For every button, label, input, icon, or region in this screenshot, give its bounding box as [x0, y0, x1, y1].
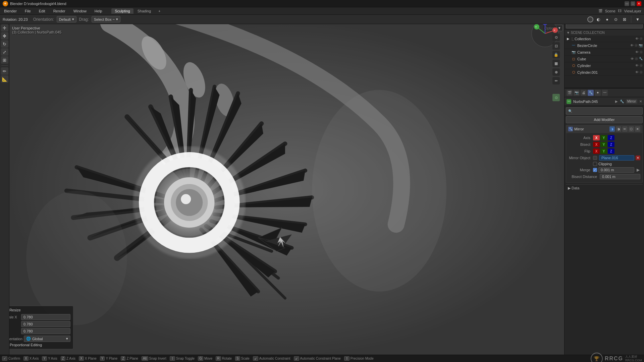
beziercircle-render-icon[interactable]: 📷 — [639, 44, 643, 47]
tool-cursor[interactable]: ✛ — [1, 24, 8, 32]
prop-tab-object-data[interactable]: 〰 — [602, 90, 608, 96]
viewport-xray[interactable]: ⊠ — [621, 16, 628, 23]
collection-name: Collection — [575, 37, 635, 41]
orientation-dropdown[interactable]: 🌐 Global ▾ — [24, 336, 70, 342]
prop-tab-output[interactable]: 🖨 — [581, 90, 587, 96]
collection-eye-icon[interactable]: 👁 — [635, 37, 639, 41]
viewport-3d[interactable]: User Perspective (3) Collection | NurbsP… — [9, 23, 564, 355]
camera-select-icon[interactable]: ☉ — [640, 50, 643, 54]
add-modifier-button[interactable]: Add Modifier — [566, 116, 643, 123]
cube-eye-icon[interactable]: 👁 — [631, 57, 634, 61]
outliner-item-cylinder[interactable]: ⬡ Cylinder 👁 ☉ — [565, 62, 644, 69]
viewport-overlay[interactable]: ⊙ — [612, 16, 620, 23]
camera-name: Camera — [577, 50, 635, 54]
outliner-item-cylinder001[interactable]: ⬡ Cylinder.001 👁 ☉ — [565, 69, 644, 76]
prop-tab-particles[interactable]: ✦ — [595, 90, 601, 96]
modifier-delete-button[interactable]: ✕ — [635, 126, 640, 132]
flip-x-button[interactable]: X — [593, 148, 600, 154]
merge-expand-button[interactable]: ▶ — [636, 168, 640, 172]
viewport-lock-button[interactable]: 🔒 — [552, 51, 560, 58]
modifier-edit-toggle[interactable]: ✏ — [622, 126, 628, 132]
menu-file[interactable]: File — [23, 8, 32, 14]
tool-transform[interactable]: ⊞ — [1, 56, 8, 64]
maximize-button[interactable]: □ — [631, 1, 635, 6]
annotate-button[interactable]: ✏ — [552, 77, 560, 84]
viewport-shading-material[interactable]: ◐ — [595, 16, 602, 23]
viewport-shading-solid[interactable] — [587, 16, 593, 22]
minimize-button[interactable]: — — [625, 1, 629, 6]
menu-blender[interactable]: Blender — [3, 8, 18, 14]
mirror-object-clear-button[interactable]: ✕ — [636, 156, 640, 160]
axis-x-button[interactable]: X — [593, 135, 600, 140]
modifier-realtime-toggle[interactable]: ◑ — [609, 126, 615, 132]
viewport-filter[interactable]: ▼ — [634, 16, 641, 23]
tab-shading[interactable]: Shading — [134, 8, 154, 14]
cylinder-eye-icon[interactable]: 👁 — [635, 64, 639, 67]
merge-value[interactable]: 0.001 m — [598, 167, 634, 173]
prop-tab-scene[interactable]: 🎬 — [567, 90, 573, 96]
modifier-render-toggle[interactable]: ◑ — [616, 126, 621, 132]
tab-add-workspace[interactable]: + — [155, 8, 164, 14]
menu-edit[interactable]: Edit — [38, 8, 47, 14]
camera-eye-icon[interactable]: 👁 — [635, 50, 639, 54]
axis-z-button[interactable]: Z — [608, 135, 614, 140]
cube-select-icon[interactable]: ☉ — [635, 57, 638, 61]
modifier-cage-toggle[interactable]: ⬡ — [629, 126, 634, 132]
scale-z-value[interactable]: 0.780 — [21, 328, 70, 334]
collection-select-icon[interactable]: ☉ — [640, 37, 643, 41]
data-section-header[interactable]: ▶ Data — [566, 184, 643, 192]
tool-annotate[interactable]: ✏ — [1, 67, 8, 75]
bisect-y-button[interactable]: Y — [600, 142, 607, 147]
render-region-button[interactable]: ▦ — [552, 60, 560, 67]
scale-x-value[interactable]: 0.780 — [21, 314, 70, 320]
tab-sculpting[interactable]: Sculpting — [111, 8, 133, 14]
orientation-dropdown[interactable]: Default ▾ — [57, 16, 76, 22]
proportional-edit-button[interactable]: ⊙ — [552, 94, 560, 101]
beziercircle-eye-icon[interactable]: 👁 — [630, 44, 634, 47]
menu-render[interactable]: Render — [52, 8, 67, 14]
cylinder001-select-icon[interactable]: ☉ — [640, 70, 643, 74]
mirror-object-value[interactable]: Plane.016 — [599, 155, 634, 161]
cylinder-select-icon[interactable]: ☉ — [640, 64, 643, 67]
resize-panel: ▲ Resize Scale X 0.780 Y 0.780 Z 0.780 O… — [1, 306, 73, 349]
svg-text:Y: Y — [535, 25, 537, 28]
outliner-item-cube[interactable]: ◻ Cube 👁 ☉ 🔧 — [565, 56, 644, 62]
menu-help[interactable]: Help — [93, 8, 104, 14]
zoom-to-fit-button[interactable]: ⊙ — [552, 34, 560, 41]
view-type: User Perspective — [12, 26, 61, 30]
close-button[interactable]: ✕ — [637, 1, 641, 6]
right-gizmo-column: ⊙ ⊡ 🔒 ▦ ⊕ ✏ ⊙ — [551, 34, 561, 101]
outliner-item-collection[interactable]: ▶ Collection 👁 ☉ — [565, 36, 644, 42]
bisect-z-button[interactable]: Z — [608, 142, 614, 147]
modifier-search[interactable]: 🔍 — [566, 107, 643, 115]
beziercircle-select-icon[interactable]: ☉ — [635, 44, 638, 47]
tool-move[interactable]: ✥ — [1, 32, 8, 40]
cylinder001-eye-icon[interactable]: 👁 — [635, 70, 639, 74]
mirror-object-checkbox[interactable] — [593, 156, 597, 160]
clipping-checkbox[interactable] — [593, 162, 597, 166]
bisect-distance-value[interactable]: 0.001 m — [600, 174, 640, 179]
merge-checkbox[interactable]: ✓ — [593, 168, 597, 172]
properties-close-button[interactable]: ✕ — [639, 100, 642, 103]
tool-measure[interactable]: 📐 — [1, 75, 8, 83]
tool-scale[interactable]: ⤢ — [1, 48, 8, 56]
viewport-shading-render[interactable]: ● — [603, 16, 611, 23]
flip-z-button[interactable]: Z — [608, 148, 614, 154]
outliner-panel: 🌐 Scene Collection ▼ 🔍 ▼ Scene Collectio… — [565, 15, 644, 88]
menu-window[interactable]: Window — [72, 8, 88, 14]
bisect-x-button[interactable]: X — [593, 142, 600, 147]
watermark-area: 🏆 RRCG 人人素材RRCG.COM — [591, 353, 642, 362]
outliner-item-beziercircle[interactable]: 〰 BezierCircle 👁 ☉ 📷 — [565, 42, 644, 49]
drag-dropdown[interactable]: Select Box ~ ▾ — [92, 16, 120, 22]
axis-y-button[interactable]: Y — [600, 135, 607, 140]
local-view-button[interactable]: ⊡ — [552, 42, 560, 50]
prop-tab-modifier[interactable]: 🔧 — [588, 90, 594, 96]
transform-pivot-button[interactable]: ⊕ — [552, 68, 560, 76]
flip-y-button[interactable]: Y — [600, 148, 607, 154]
outliner-item-camera[interactable]: 📷 Camera 👁 ☉ — [565, 49, 644, 56]
prop-tab-render[interactable]: 📷 — [574, 90, 580, 96]
clipping-label: Clipping — [598, 162, 612, 166]
scale-y-value[interactable]: 0.780 — [21, 321, 70, 327]
tool-rotate[interactable]: ↻ — [1, 40, 8, 48]
status-automatic-constraint-plane: ↙ Automatic Constraint Plane — [294, 356, 341, 361]
